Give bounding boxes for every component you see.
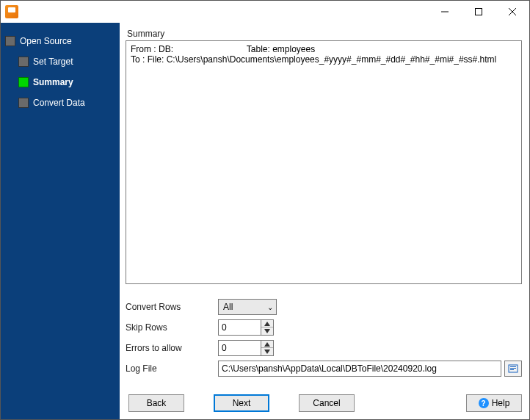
step-convert-data[interactable]: Convert Data	[18, 98, 115, 108]
logfile-label: Log File	[126, 363, 218, 374]
wizard-sidebar: Open Source Set Target Summary Convert D…	[1, 23, 120, 419]
logfile-input[interactable]	[218, 361, 501, 377]
section-title: Summary	[127, 29, 522, 39]
maximize-button[interactable]	[462, 1, 495, 23]
step-label: Open Source	[20, 36, 72, 46]
next-button[interactable]: Next	[214, 394, 269, 412]
convert-rows-label: Convert Rows	[126, 302, 218, 312]
skip-rows-up-button[interactable]	[261, 320, 273, 327]
convert-rows-select[interactable]: All ⌄	[218, 299, 277, 315]
browse-icon	[508, 363, 518, 374]
convert-rows-value: All	[223, 302, 233, 312]
chevron-down-icon: ⌄	[267, 303, 273, 311]
app-icon	[5, 5, 18, 18]
back-button[interactable]: Back	[128, 394, 184, 412]
skip-rows-label: Skip Rows	[126, 322, 218, 333]
logfile-browse-button[interactable]	[504, 361, 522, 377]
skip-rows-input[interactable]	[218, 319, 261, 336]
step-set-target[interactable]: Set Target	[18, 57, 115, 67]
errors-down-button[interactable]	[261, 348, 273, 355]
step-box-icon	[18, 98, 29, 108]
errors-up-button[interactable]	[261, 341, 273, 348]
help-icon: ?	[479, 398, 489, 408]
step-label: Set Target	[33, 57, 73, 67]
summary-textarea[interactable]: From : DB: Table: employees To : File: C…	[126, 40, 522, 284]
help-button[interactable]: ? Help	[466, 394, 522, 412]
summary-from-line: From : DB: Table: employees	[131, 44, 517, 54]
close-button[interactable]	[495, 1, 529, 23]
step-box-icon	[18, 57, 29, 67]
step-label: Convert Data	[33, 98, 85, 108]
errors-label: Errors to allow	[126, 343, 218, 353]
cancel-button[interactable]: Cancel	[299, 394, 355, 412]
step-label: Summary	[33, 77, 73, 87]
svg-marker-5	[264, 329, 270, 333]
step-box-icon	[5, 36, 15, 46]
svg-rect-10	[510, 368, 516, 369]
summary-to-line: To : File: C:\Users\pansh\Documents\empl…	[131, 54, 517, 65]
svg-rect-9	[510, 366, 516, 367]
skip-rows-down-button[interactable]	[261, 327, 273, 335]
main-panel: Summary From : DB: Table: employees To :…	[120, 23, 529, 419]
svg-marker-4	[264, 322, 270, 326]
svg-rect-1	[476, 9, 482, 15]
svg-marker-6	[264, 342, 270, 347]
step-box-icon	[18, 77, 29, 87]
step-open-source[interactable]: Open Source	[5, 36, 115, 46]
svg-rect-11	[510, 369, 514, 370]
minimize-button[interactable]	[428, 1, 462, 23]
svg-marker-7	[264, 350, 270, 354]
errors-input[interactable]	[218, 340, 261, 356]
step-summary[interactable]: Summary	[18, 77, 115, 87]
titlebar	[1, 1, 529, 23]
